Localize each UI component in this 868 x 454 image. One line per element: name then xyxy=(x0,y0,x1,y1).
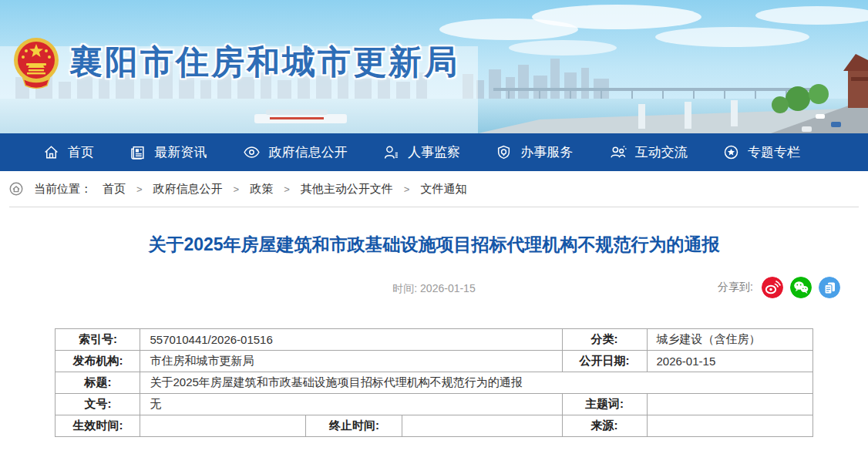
breadcrumb-link-info-disclosure[interactable]: 政府信息公开 xyxy=(153,182,223,197)
publish-date-label: 公开日期: xyxy=(562,351,647,372)
expiry-date-label: 终止时间: xyxy=(306,415,402,437)
home-icon xyxy=(9,182,23,196)
site-title: 襄阳市住房和城市更新局 xyxy=(69,40,459,85)
nav-item-news[interactable]: 最新资讯 xyxy=(130,143,207,161)
doc-number-label: 文号: xyxy=(56,394,140,415)
issuer-label: 发布机构: xyxy=(56,351,140,372)
breadcrumb: 当前位置： 首页 > 政府信息公开 > 政策 > 其他主动公开文件 > 文件通知 xyxy=(0,171,868,207)
main-nav: 首页 最新资讯 政府信息公开 人事监察 xyxy=(0,133,868,171)
page-title: 关于2025年房屋建筑和市政基础设施项目招标代理机构不规范行为的通报 xyxy=(0,233,868,257)
nav-item-label: 互动交流 xyxy=(635,143,688,161)
breadcrumb-link-home[interactable]: 首页 xyxy=(103,182,126,197)
table-row: 生效时间: 终止时间: 来源: xyxy=(56,415,812,437)
breadcrumb-link-policy[interactable]: 政策 xyxy=(250,182,273,197)
source-value xyxy=(647,415,812,437)
site-banner: 襄阳市住房和城市更新局 xyxy=(0,0,868,133)
table-row: 发布机构: 市住房和城市更新局 公开日期: 2026-01-15 xyxy=(56,351,812,372)
news-icon xyxy=(130,144,146,160)
table-row: 文号: 无 主题词: xyxy=(56,394,812,415)
nav-item-special-columns[interactable]: 专题专栏 xyxy=(723,143,800,161)
breadcrumb-separator: > xyxy=(234,183,240,195)
share-label: 分享到: xyxy=(718,281,753,294)
share-bar: 分享到: xyxy=(718,277,840,298)
nav-item-personnel[interactable]: 人事监察 xyxy=(383,143,460,161)
nav-item-label: 办事服务 xyxy=(520,143,573,161)
breadcrumb-divider xyxy=(9,207,859,207)
expiry-date-value xyxy=(402,415,562,437)
effective-date-value xyxy=(140,415,306,437)
keywords-label: 主题词: xyxy=(562,394,647,415)
publish-time-label: 时间: xyxy=(392,282,417,294)
nav-item-interaction[interactable]: 互动交流 xyxy=(609,143,688,161)
keywords-value xyxy=(647,394,812,415)
chat-people-icon xyxy=(609,144,627,160)
publish-time-value: 2026-01-15 xyxy=(420,282,476,294)
national-emblem-icon xyxy=(12,34,60,94)
index-number-value: 557010441/2026-01516 xyxy=(140,329,562,351)
nav-item-services[interactable]: 办事服务 xyxy=(496,143,573,161)
table-row: 索引号: 557010441/2026-01516 分类: 城乡建设（含住房） xyxy=(56,329,812,351)
breadcrumb-separator: > xyxy=(136,183,143,195)
breadcrumb-link-document-notice[interactable]: 文件通知 xyxy=(420,182,466,197)
person-icon xyxy=(383,144,399,160)
doc-number-value: 无 xyxy=(140,394,562,415)
breadcrumb-link-other-open-docs[interactable]: 其他主动公开文件 xyxy=(301,182,393,197)
nav-item-home[interactable]: 首页 xyxy=(43,143,94,161)
publish-date-value: 2026-01-15 xyxy=(647,351,812,372)
home-icon xyxy=(43,144,59,160)
nav-item-label: 最新资讯 xyxy=(154,143,207,161)
nav-item-info-disclosure[interactable]: 政府信息公开 xyxy=(243,143,348,161)
nav-item-label: 专题专栏 xyxy=(748,143,800,161)
breadcrumb-prefix: 当前位置： xyxy=(34,182,92,197)
metadata-table: 索引号: 557010441/2026-01516 分类: 城乡建设（含住房） … xyxy=(55,328,812,437)
shield-icon xyxy=(496,144,512,160)
copylink-icon[interactable] xyxy=(819,277,840,298)
issuer-value: 市住房和城市更新局 xyxy=(140,351,562,372)
star-icon xyxy=(723,144,739,160)
breadcrumb-separator: > xyxy=(404,183,410,195)
category-value: 城乡建设（含住房） xyxy=(647,329,812,351)
weibo-icon[interactable] xyxy=(762,277,783,298)
wechat-icon[interactable] xyxy=(790,277,812,298)
table-row: 标题: 关于2025年房屋建筑和市政基础设施项目招标代理机构不规范行为的通报 xyxy=(56,372,812,394)
nav-item-label: 人事监察 xyxy=(408,143,460,161)
doc-title-value: 关于2025年房屋建筑和市政基础设施项目招标代理机构不规范行为的通报 xyxy=(140,372,812,394)
doc-title-label: 标题: xyxy=(56,372,140,394)
source-label: 来源: xyxy=(562,415,647,437)
category-label: 分类: xyxy=(562,329,647,351)
index-number-label: 索引号: xyxy=(56,329,140,351)
eye-icon xyxy=(243,144,261,160)
nav-item-label: 政府信息公开 xyxy=(269,143,348,161)
nav-item-label: 首页 xyxy=(68,143,94,161)
breadcrumb-separator: > xyxy=(284,183,290,195)
article-meta-row: 时间: 2026-01-15 分享到: xyxy=(0,277,868,300)
effective-date-label: 生效时间: xyxy=(56,415,140,437)
